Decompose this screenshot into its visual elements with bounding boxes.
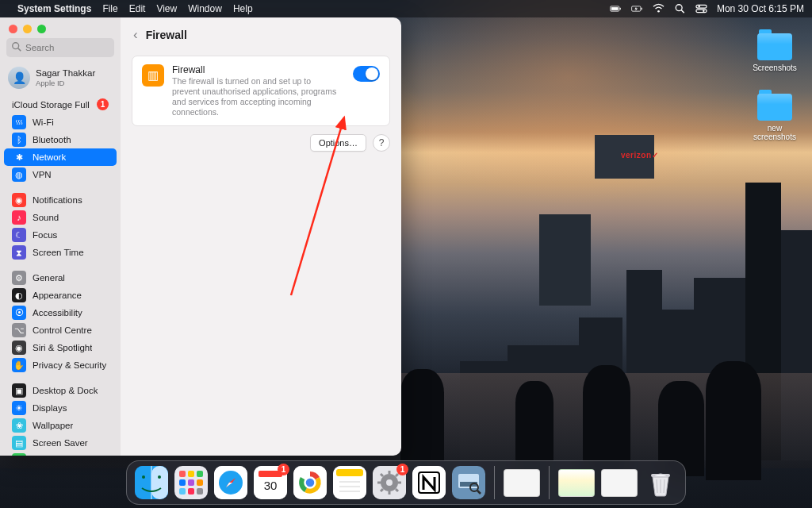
dock-app-preview[interactable] (452, 466, 485, 499)
battery2-icon[interactable] (631, 3, 643, 14)
folder-icon (757, 33, 792, 60)
menubar-view[interactable]: View (156, 3, 177, 14)
notifications-icon: ◉ (12, 193, 26, 207)
dock-app-safari[interactable] (214, 466, 247, 499)
sidebar-item-vpn[interactable]: ◍VPN (4, 166, 117, 183)
sound-icon: ♪ (12, 210, 26, 225)
dock-app-system-settings[interactable]: 1 (373, 466, 406, 499)
desktop-folder-screenshots[interactable]: Screenshots (747, 33, 802, 72)
privacy-icon: ✋ (12, 358, 26, 372)
sidebar-item-privacy[interactable]: ✋Privacy & Security (4, 356, 117, 374)
help-button[interactable]: ? (373, 134, 390, 152)
badge: 1 (97, 98, 109, 110)
sidebar-item-label: Screen Time (33, 248, 84, 257)
dock-trash[interactable] (644, 466, 677, 499)
menubar-datetime[interactable]: Mon 30 Oct 6:15 PM (717, 3, 804, 14)
sidebar-item-screentime[interactable]: ⧗Screen Time (4, 244, 117, 261)
network-icon: ✱ (12, 150, 26, 164)
sidebar-item-label: Control Centre (33, 325, 92, 335)
card-description: The firewall is turned on and set up to … (172, 76, 339, 117)
appearance-icon: ◐ (12, 288, 26, 302)
sidebar-item-controlcentre[interactable]: ⌥Control Centre (4, 321, 117, 339)
dock-app-notion[interactable] (412, 466, 446, 499)
dock-app-chrome[interactable] (293, 466, 327, 499)
zoom-icon[interactable] (37, 25, 46, 33)
dock-app-finder[interactable] (135, 466, 168, 499)
control-centre-icon[interactable] (695, 3, 707, 14)
wallpaper-icon: ❀ (12, 418, 26, 433)
sidebar-item-bluetooth[interactable]: ᛒBluetooth (4, 131, 117, 148)
sidebar-item-label: Displays (33, 403, 67, 413)
settings-sidebar: 👤 Sagar Thakkar Apple ID iCloud Storage … (0, 17, 121, 456)
sidebar-item-focus[interactable]: ☾Focus (4, 226, 117, 244)
sidebar-icloud-storage-full[interactable]: iCloud Storage Full 1 (4, 95, 117, 114)
vpn-icon: ◍ (12, 167, 26, 182)
menubar-window[interactable]: Window (188, 3, 222, 14)
folder-icon (757, 94, 792, 121)
page-title: Firewall (146, 29, 187, 41)
search-icon (11, 41, 22, 54)
sidebar-item-notifications[interactable]: ◉Notifications (4, 191, 117, 209)
sidebar-item-displays[interactable]: ☀Displays (4, 399, 117, 417)
sidebar-user[interactable]: 👤 Sagar Thakkar Apple ID (0, 64, 121, 95)
svg-line-41 (381, 474, 383, 476)
sidebar-item-label: Focus (33, 230, 57, 240)
options-button[interactable]: Options… (310, 134, 366, 152)
menubar-app-name[interactable]: System Settings (17, 3, 91, 14)
system-settings-window: 👤 Sagar Thakkar Apple ID iCloud Storage … (0, 17, 401, 456)
close-icon[interactable] (9, 25, 17, 33)
dock-app-launchpad[interactable] (174, 466, 208, 499)
svg-line-7 (681, 10, 684, 13)
sidebar-item-wallpaper[interactable]: ❀Wallpaper (4, 417, 117, 434)
displays-icon: ☀ (12, 401, 26, 415)
sidebar-item-siri[interactable]: ◉Siri & Spotlight (4, 339, 117, 356)
sidebar-item-battery[interactable]: ▮Battery (4, 452, 117, 456)
svg-point-11 (703, 10, 704, 12)
desktop-folder-new-screenshots[interactable]: new screenshots (747, 94, 802, 141)
svg-rect-8 (696, 5, 707, 8)
content-titlebar: ‹ Firewall (121, 17, 401, 52)
svg-rect-4 (641, 8, 642, 10)
sidebar-item-label: Wi-Fi (33, 117, 54, 127)
siri-icon: ◉ (12, 341, 26, 355)
firewall-icon: ▥ (142, 64, 164, 87)
sidebar-item-wifi[interactable]: ᯾Wi-Fi (4, 114, 117, 131)
options-button-label: Options… (319, 138, 358, 148)
sidebar-item-general[interactable]: ⚙General (4, 269, 117, 287)
battery1-icon[interactable] (610, 3, 622, 14)
dock-minimized-window[interactable] (504, 469, 540, 497)
menubar-help[interactable]: Help (233, 3, 253, 14)
general-icon: ⚙ (12, 271, 26, 285)
sidebar-item-network[interactable]: ✱Network (4, 148, 117, 166)
back-button[interactable]: ‹ (133, 27, 138, 43)
menubar-file[interactable]: File (102, 3, 117, 14)
firewall-toggle[interactable] (353, 66, 380, 82)
dock-recent-window[interactable] (601, 469, 638, 497)
sidebar-item-sound[interactable]: ♪Sound (4, 209, 117, 226)
sidebar-item-label: Network (33, 152, 66, 162)
help-button-label: ? (379, 137, 385, 148)
sidebar-item-appearance[interactable]: ◐Appearance (4, 287, 117, 304)
sidebar-item-screensaver[interactable]: ▤Screen Saver (4, 434, 117, 452)
sidebar-item-label: Sound (33, 213, 59, 222)
menubar: System Settings File Edit View Window He… (0, 0, 812, 17)
search-input[interactable] (6, 38, 114, 57)
firewall-card: ▥ Firewall The firewall is turned on and… (132, 56, 390, 126)
dock-app-notes[interactable] (333, 466, 366, 499)
sidebar-item-accessibility[interactable]: ⦿Accessibility (4, 304, 117, 321)
wifi-icon[interactable] (653, 3, 665, 14)
sidebar-item-desktopdock[interactable]: ▣Desktop & Dock (4, 382, 117, 399)
svg-line-42 (396, 489, 398, 491)
dock-separator (549, 466, 550, 499)
minimize-icon[interactable] (23, 25, 32, 33)
screentime-icon: ⧗ (12, 245, 26, 260)
dock-separator (494, 466, 495, 499)
dock-recent-window[interactable] (558, 469, 595, 497)
settings-content: ‹ Firewall ▥ Firewall The firewall is tu… (121, 17, 401, 456)
sidebar-item-label: Bluetooth (33, 135, 71, 144)
sidebar-item-label: VPN (33, 170, 52, 179)
dock-app-calendar[interactable]: 30 1 (254, 466, 287, 499)
sidebar-item-label: Desktop & Dock (33, 386, 98, 395)
menubar-edit[interactable]: Edit (129, 3, 146, 14)
spotlight-icon[interactable] (674, 3, 686, 14)
